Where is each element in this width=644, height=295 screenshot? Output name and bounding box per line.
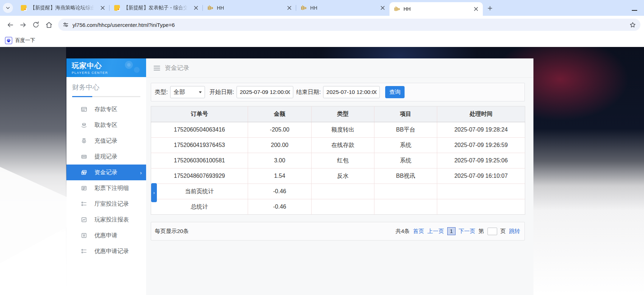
next-page-link[interactable]: 下一页	[459, 228, 476, 235]
table-cell: 总统计	[151, 199, 248, 215]
browser-tab[interactable]: HH	[203, 0, 296, 16]
close-icon	[381, 6, 385, 10]
tab-search-button[interactable]	[3, 3, 13, 13]
sidebar-item-优惠申请记录[interactable]: 优惠申请记录	[66, 243, 146, 259]
forward-icon	[19, 21, 27, 29]
table-cell	[437, 199, 525, 215]
browser-toolbar: yl756.com/hhcp/usercenter.html?iniType=6	[0, 16, 644, 34]
sidebar-item-label: 优惠申请记录	[94, 248, 129, 255]
table-cell: BB平台	[374, 122, 437, 138]
type-label: 类型:	[155, 89, 168, 96]
sidebar-item-label: 提现记录	[94, 153, 117, 161]
column-header: 类型	[312, 106, 374, 122]
tab-close-button[interactable]	[379, 4, 387, 12]
chevron-right-icon: ›	[153, 190, 155, 195]
bet-report-icon	[81, 217, 87, 223]
table-cell: 反水	[312, 168, 374, 184]
table-row: 1752060419376453200.00在线存款系统2025-07-09 1…	[151, 138, 525, 153]
jump-button[interactable]: 跳转	[509, 228, 520, 235]
forward-button[interactable]	[17, 18, 29, 31]
forum-icon	[114, 5, 120, 11]
sidebar-item-label: 玩家投注报表	[94, 216, 129, 224]
reload-button[interactable]	[29, 18, 42, 31]
sidebar-item-label: 厅室投注记录	[94, 200, 129, 208]
sidebar-item-优惠申请[interactable]: 优惠申请	[66, 228, 146, 243]
table-cell: 1752060306100581	[151, 153, 248, 168]
tab-title: 【新提醒】发表帖子 - 综合交流	[123, 5, 189, 11]
cashout-icon	[81, 153, 87, 160]
sidebar-item-厅室投注记录[interactable]: 厅室投注记录	[66, 196, 146, 212]
back-button[interactable]	[4, 18, 17, 31]
tab-close-button[interactable]	[472, 5, 480, 13]
close-icon	[101, 6, 105, 10]
query-button[interactable]: 查询	[385, 86, 405, 98]
tab-close-button[interactable]	[192, 4, 200, 12]
end-date-label: 结束日期:	[296, 89, 321, 96]
sidebar-item-充值记录[interactable]: 充值记录	[66, 133, 146, 149]
sidebar-item-玩家投注报表[interactable]: 玩家投注报表	[66, 212, 146, 228]
start-date-input[interactable]	[237, 86, 293, 98]
sidebar-item-取款专区[interactable]: 取款专区	[66, 117, 146, 133]
close-icon	[474, 7, 478, 11]
table-header-row: 订单号金额类型项目处理时间	[151, 106, 525, 122]
sidebar-item-存款专区[interactable]: 存款专区	[66, 101, 146, 117]
hamburger-icon[interactable]	[154, 65, 160, 71]
current-page-badge: 1	[447, 227, 456, 235]
table-cell: 2025-07-09 16:10:07	[437, 168, 525, 184]
tab-close-button[interactable]	[99, 4, 107, 12]
bookmark-item-baidu[interactable]: 百度一下	[5, 37, 35, 44]
site-settings-icon[interactable]	[62, 22, 69, 28]
hh-gold-icon	[394, 6, 400, 12]
jump-prefix-text: 第	[479, 228, 484, 235]
hh-gold-icon	[207, 5, 214, 11]
table-cell: -205.00	[248, 122, 312, 138]
bookmark-star-button[interactable]	[629, 22, 636, 28]
promo-apply-icon	[81, 232, 87, 239]
table-cell: 2025-07-09 19:28:24	[437, 122, 525, 138]
chevron-down-icon	[5, 5, 10, 10]
sidebar-collapse-handle[interactable]: ›	[151, 183, 157, 202]
recharge-icon	[81, 138, 87, 144]
sidebar-item-label: 存款专区	[94, 106, 117, 113]
sidebar-item-label: 优惠申请	[94, 232, 117, 239]
browser-tab-active[interactable]: HH	[389, 2, 483, 16]
address-bar[interactable]: yl756.com/hhcp/usercenter.html?iniType=6	[58, 19, 640, 31]
baidu-paw-icon	[5, 37, 12, 44]
table-cell	[437, 184, 525, 199]
sidebar-item-提现记录[interactable]: 提现记录	[66, 149, 146, 165]
home-button[interactable]	[42, 18, 55, 31]
tab-strip: 【新提醒】海燕策略论坛综合交【新提醒】发表帖子 - 综合交流HHHHHH	[0, 0, 644, 16]
star-icon	[629, 22, 636, 28]
home-icon	[45, 21, 53, 29]
tab-title: HH	[217, 5, 282, 11]
filter-bar: 类型: 全部 开始日期: 结束日期: 查询	[151, 83, 525, 101]
gamepad-icon	[122, 61, 143, 76]
first-page-link[interactable]: 首页	[413, 228, 424, 235]
url-text[interactable]: yl756.com/hhcp/usercenter.html?iniType=6	[73, 22, 626, 28]
tab-close-button[interactable]	[285, 4, 293, 12]
browser-tab[interactable]: HH	[296, 0, 389, 16]
sidebar-item-彩票下注明细[interactable]: 彩票下注明细	[66, 180, 146, 196]
end-date-input[interactable]	[323, 86, 380, 98]
chevron-right-icon: ›	[140, 170, 142, 176]
new-tab-button[interactable]	[485, 4, 495, 13]
table-cell: -0.46	[248, 184, 312, 199]
sidebar-item-资金记录[interactable]: 资金记录›	[66, 165, 146, 180]
select-caret-icon	[199, 91, 202, 93]
jump-page-input[interactable]	[487, 228, 497, 235]
prev-page-link[interactable]: 上一页	[427, 228, 444, 235]
summary-row: 当前页统计-0.46	[151, 184, 525, 199]
summary-row: 总统计-0.46	[151, 199, 525, 215]
sidebar-item-label: 充值记录	[94, 137, 117, 145]
type-select-value: 全部	[173, 89, 185, 96]
bookmarks-bar: 百度一下	[0, 34, 644, 47]
minimize-button[interactable]	[632, 5, 638, 11]
type-select[interactable]: 全部	[170, 86, 205, 98]
table-cell	[312, 184, 374, 199]
lottery-detail-icon	[81, 185, 87, 191]
sidebar-section-title: 财务中心	[72, 83, 140, 97]
minimize-icon	[632, 10, 637, 11]
browser-tab[interactable]: 【新提醒】海燕策略论坛综合交	[16, 0, 109, 16]
browser-tab[interactable]: 【新提醒】发表帖子 - 综合交流	[109, 0, 203, 16]
total-count-text: 共4条	[396, 228, 410, 235]
